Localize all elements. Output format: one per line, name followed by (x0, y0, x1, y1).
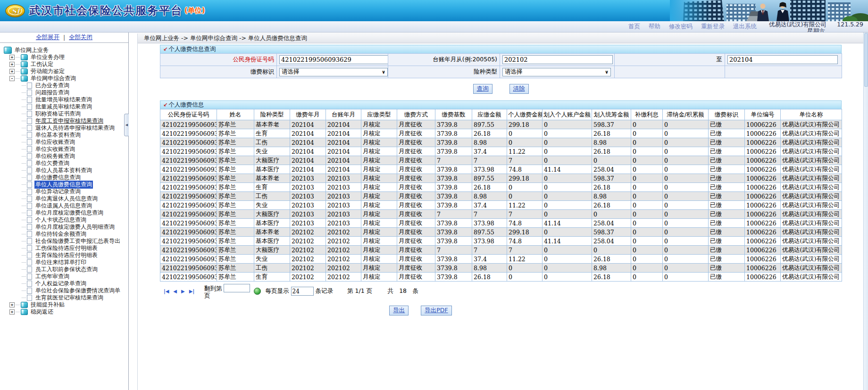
nav-link-help[interactable]: 帮助 (649, 23, 660, 31)
sidebar-group[interactable]: +工伤认定 (3, 61, 128, 68)
page-size-input[interactable] (291, 287, 314, 296)
sidebar-group[interactable]: +技能提升补贴 (3, 301, 128, 308)
company-name: 优易达(武汉)有限公司 (769, 21, 826, 28)
query-button[interactable]: 查询 (473, 84, 492, 94)
sidebar-item[interactable]: 单位待转金余额查询 (3, 231, 128, 238)
table-cell: 258.04 (592, 165, 631, 174)
sidebar-item[interactable]: 个人卡状态信息查询 (3, 216, 128, 224)
export-button[interactable]: 导出 (389, 306, 409, 315)
sidebar-collapse-handle[interactable]: ◀ (124, 114, 129, 136)
next-page-icon[interactable]: ▶ (181, 289, 185, 294)
table-cell: 202103 (290, 201, 326, 210)
table-cell: 7 (507, 210, 542, 219)
sidebar-item[interactable]: 单位实收账查询 (3, 146, 128, 153)
sidebar-item[interactable]: 个人权益记录单查询 (3, 280, 128, 287)
table-cell: 26.18 (592, 147, 631, 156)
scrollbar-thumb[interactable] (864, 33, 868, 87)
tree-guide (22, 213, 26, 213)
goto-page-input[interactable] (224, 284, 250, 292)
table-cell: 10006226 (745, 138, 781, 147)
pay-flag-select[interactable]: 请选择 ∨ (279, 68, 388, 76)
sidebar-root[interactable]: 单位网上业务 (3, 47, 128, 54)
top-navbar: 首页帮助修改密码重新登录退出系统 优易达(武汉)有限公司121.5.29 星期六 (0, 21, 868, 33)
clear-button[interactable]: 清除 (509, 84, 529, 94)
collapse-all-link[interactable]: 全部关闭 (69, 33, 92, 41)
first-page-icon[interactable]: |◀ (164, 289, 169, 294)
tree-guide (22, 199, 26, 199)
sidebar-item[interactable]: 单位缴费信息查询 (3, 174, 128, 181)
sidebar-item[interactable]: 生育保险待遇应付明细表 (3, 252, 128, 259)
table-cell: 202102 (326, 237, 361, 246)
table-cell: 月度征收 (397, 228, 435, 237)
last-page-icon[interactable]: ▶| (189, 289, 194, 294)
sidebar-item[interactable]: 退休人员待遇申报审核结果查询 (3, 124, 128, 132)
expand-toggle-icon[interactable]: - (9, 76, 15, 81)
sidebar-item[interactable]: 批量增员审核结果查询 (3, 96, 128, 103)
expand-toggle-icon[interactable]: + (9, 69, 15, 74)
table-cell: 工伤 (254, 138, 290, 147)
sidebar-item[interactable]: 单位应收账查询 (3, 139, 128, 146)
go-button-icon[interactable] (254, 288, 261, 295)
sidebar-item[interactable]: 单位人员缴费信息查询 (3, 181, 128, 188)
nav-link-home[interactable]: 首页 (628, 23, 640, 31)
sidebar-item[interactable]: 工伤保险待遇应付明细表 (3, 245, 128, 252)
app-logo-icon: SI (5, 4, 25, 18)
insurance-type-select[interactable]: 请选择 ∨ (502, 68, 611, 76)
sidebar-item[interactable]: 单位往来结算单打印 (3, 259, 128, 266)
table-cell: 202103 (290, 210, 326, 219)
sidebar-item[interactable]: 单位欠费查询 (3, 160, 128, 167)
sidebar-item[interactable]: 单位遗属人员信息查询 (3, 202, 128, 209)
page-size-label: 每页显示 (266, 287, 289, 295)
sidebar-group[interactable]: +单位业务办理 (3, 54, 128, 61)
nav-link-change-password[interactable]: 修改密码 (669, 23, 693, 31)
expand-toggle-icon[interactable]: + (9, 55, 15, 60)
sidebar-item[interactable]: 已办业务查询 (3, 82, 128, 89)
tree-guide (22, 177, 26, 178)
period-to-input[interactable] (727, 55, 838, 64)
table-cell: 10006226 (745, 165, 781, 174)
sidebar-item[interactable]: 单位社会保险参保缴费情况查询单 (3, 287, 128, 294)
sidebar-item[interactable]: 生育就医登记审核结果查询 (3, 294, 128, 301)
expand-toggle-icon[interactable]: + (9, 309, 15, 315)
sidebar-group[interactable]: -单位网申综合查询 (3, 75, 128, 82)
column-header: 个人缴费金额 (507, 109, 542, 120)
id-input[interactable] (279, 55, 388, 64)
table-row: 421022199506093629苏牟兰失业202102202102月核定月度… (160, 255, 842, 264)
query-panel-title: 个人缴费信息查询 (168, 45, 216, 53)
page-scrollbar[interactable] (863, 33, 868, 390)
sidebar-item[interactable]: 单位离退休人员信息查询 (3, 195, 128, 202)
period-from-input[interactable] (502, 55, 613, 64)
sidebar-item[interactable]: 工伤年审查询 (3, 273, 128, 280)
sidebar-group[interactable]: +劳动能力鉴定 (3, 68, 128, 75)
sidebar-item[interactable]: 单位基本资料查询 (3, 132, 128, 139)
sidebar-item[interactable]: 批量减员审核结果查询 (3, 103, 128, 110)
sidebar-group[interactable]: +稳岗返还 (3, 308, 128, 315)
table-cell: 大额医疗 (254, 210, 290, 219)
sidebar-item[interactable]: 单位税务账查询 (3, 153, 128, 160)
prev-page-icon[interactable]: ◀ (173, 289, 177, 294)
export-pdf-button[interactable]: 导出PDF (421, 306, 451, 315)
sidebar-item[interactable]: 单位人员基本资料查询 (3, 167, 128, 174)
table-cell: 0 (542, 255, 592, 264)
table-cell: 苏牟兰 (217, 237, 254, 246)
sidebar-item[interactable]: 单位月度核定缴费信息查询 (3, 209, 128, 216)
table-cell: 0 (507, 183, 542, 192)
sidebar-item[interactable]: 职称资格证书查询 (3, 110, 128, 117)
sidebar-item[interactable]: 单位月度核定缴费人员明细查询 (3, 224, 128, 231)
nav-link-logout[interactable]: 退出系统 (733, 23, 757, 31)
sidebar-item[interactable]: 单位异动记录查询 (3, 188, 128, 195)
sidebar-item[interactable]: 员工入职前参保状态查询 (3, 266, 128, 273)
expand-all-link[interactable]: 全部展开 (36, 33, 59, 41)
sidebar-item[interactable]: 年度工资申报审核结果查询 (3, 117, 128, 124)
sidebar-item[interactable]: 问题报告查询 (3, 89, 128, 96)
expand-toggle-icon[interactable]: + (9, 302, 15, 307)
sidebar-item[interactable]: 社会保险缴费工资申报汇总表导出 (3, 238, 128, 245)
table-row: 421022199506093629苏牟兰大额医疗202103202103月核定… (160, 210, 842, 219)
nav-link-relogin[interactable]: 重新登录 (701, 23, 725, 31)
table-cell: 299.18 (507, 174, 542, 183)
table-cell: 0 (592, 156, 631, 165)
table-cell: 202103 (326, 174, 361, 183)
expand-toggle-icon[interactable]: + (9, 62, 15, 67)
table-cell: 月核定 (361, 228, 397, 237)
tree-guide (22, 255, 26, 256)
